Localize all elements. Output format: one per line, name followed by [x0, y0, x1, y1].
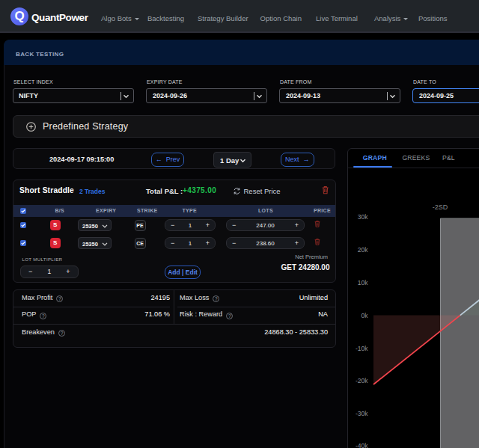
svg-text:0k: 0k — [361, 312, 369, 319]
svg-text:-10k: -10k — [356, 345, 368, 352]
svg-text:-2SD: -2SD — [433, 203, 448, 211]
svg-text:-30k: -30k — [356, 410, 368, 417]
svg-text:10k: 10k — [358, 279, 368, 286]
svg-text:-20k: -20k — [356, 377, 368, 384]
svg-text:-40k: -40k — [356, 442, 368, 448]
svg-text:30k: 30k — [358, 213, 368, 221]
svg-text:20k: 20k — [358, 246, 368, 254]
